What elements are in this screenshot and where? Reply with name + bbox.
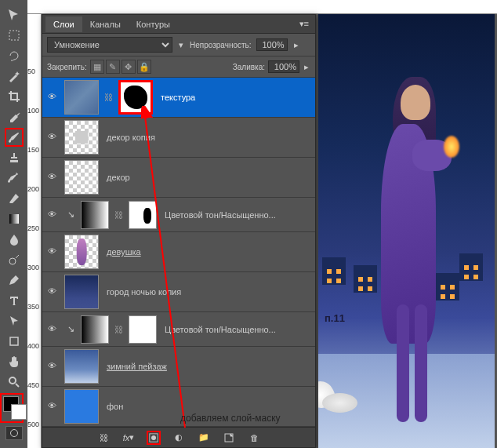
layer-row-hue-sat-2[interactable]: 👁 ↘ ⛓ Цветовой тон/Насыщенно... bbox=[42, 312, 315, 347]
shape-tool[interactable] bbox=[5, 332, 24, 351]
delete-layer-icon[interactable]: 🗑 bbox=[247, 431, 261, 445]
visibility-icon[interactable]: 👁 bbox=[48, 92, 59, 103]
canvas-preview: п.11 bbox=[318, 14, 495, 448]
layer-row-texture[interactable]: 👁 ⛓ текстура bbox=[42, 78, 315, 118]
tab-paths[interactable]: Контуры bbox=[129, 16, 178, 32]
ruler-mark: 250 bbox=[27, 224, 39, 232]
pen-tool[interactable] bbox=[5, 271, 24, 290]
panel-menu-icon[interactable]: ▾≡ bbox=[293, 19, 315, 29]
ruler-mark: 200 bbox=[27, 185, 39, 193]
blend-mode-select[interactable]: Умножение bbox=[47, 37, 172, 53]
dodge-tool[interactable] bbox=[5, 250, 24, 269]
lock-position-icon[interactable]: ✥ bbox=[122, 60, 136, 74]
type-tool[interactable] bbox=[5, 291, 24, 310]
lock-pixels-icon[interactable]: ✎ bbox=[106, 60, 120, 74]
eraser-tool[interactable] bbox=[5, 189, 24, 208]
new-group-icon[interactable]: 📁 bbox=[197, 431, 211, 445]
lasso-tool[interactable] bbox=[5, 46, 24, 65]
lock-all-icon[interactable]: 🔒 bbox=[137, 60, 151, 74]
layer-name[interactable]: Цветовой тон/Насыщенно... bbox=[160, 210, 276, 220]
link-layers-icon[interactable]: ⛓ bbox=[96, 431, 111, 445]
new-layer-icon[interactable] bbox=[222, 431, 236, 445]
layer-mask-thumbnail[interactable] bbox=[118, 80, 153, 115]
layer-name[interactable]: текстура bbox=[156, 93, 195, 102]
canvas-step-label: п.11 bbox=[325, 312, 345, 324]
layer-mask-thumbnail[interactable] bbox=[129, 201, 157, 229]
layer-mask-thumbnail[interactable] bbox=[129, 315, 157, 344]
layer-thumbnail[interactable] bbox=[64, 349, 99, 384]
gradient-tool[interactable] bbox=[5, 209, 24, 228]
annotation-text: добавляем слой-маску bbox=[180, 413, 281, 424]
visibility-icon[interactable]: 👁 bbox=[48, 401, 59, 412]
visibility-icon[interactable]: 👁 bbox=[48, 361, 59, 372]
stamp-tool[interactable] bbox=[5, 148, 24, 167]
svg-point-2 bbox=[9, 258, 16, 264]
layer-name[interactable]: Цветовой тон/Насыщенно... bbox=[160, 325, 276, 334]
layer-name[interactable]: зимний пейзаж bbox=[102, 362, 167, 371]
ruler-mark: 350 bbox=[27, 303, 39, 311]
layer-row-girl[interactable]: 👁 девушка bbox=[42, 232, 315, 272]
tab-channels[interactable]: Каналы bbox=[82, 16, 129, 32]
visibility-icon[interactable]: 👁 bbox=[48, 172, 59, 183]
tab-layers[interactable]: Слои bbox=[45, 16, 82, 32]
layer-row-decor-copy[interactable]: 👁 декор копия bbox=[42, 118, 315, 158]
fill-input[interactable] bbox=[268, 60, 299, 73]
layer-name[interactable]: город ночью копия bbox=[102, 287, 181, 297]
hand-tool[interactable] bbox=[5, 352, 24, 371]
layer-row-city[interactable]: 👁 город ночью копия bbox=[42, 272, 315, 312]
layer-row-winter[interactable]: 👁 зимний пейзаж bbox=[42, 347, 315, 387]
add-adjustment-icon[interactable]: ◐ bbox=[172, 431, 186, 445]
adjustment-icon[interactable] bbox=[81, 315, 109, 344]
layers-panel-footer: ⛓ fx▾ ◐ 📁 🗑 bbox=[42, 427, 315, 447]
fx-icon[interactable]: fx▾ bbox=[122, 431, 136, 445]
ruler-mark: 500 bbox=[27, 421, 39, 428]
layer-row-hue-sat-1[interactable]: 👁 ↘ ⛓ Цветовой тон/Насыщенно... bbox=[42, 198, 315, 232]
layer-thumbnail[interactable] bbox=[64, 235, 99, 269]
visibility-icon[interactable]: 👁 bbox=[48, 324, 59, 335]
layer-thumbnail[interactable] bbox=[64, 275, 99, 309]
panel-tabs: Слои Каналы Контуры ▾≡ bbox=[42, 15, 315, 34]
layer-row-decor[interactable]: 👁 декор bbox=[42, 158, 315, 198]
tools-toolbar bbox=[0, 0, 27, 448]
move-tool[interactable] bbox=[5, 5, 24, 24]
layer-name[interactable]: фон bbox=[102, 402, 123, 411]
layer-thumbnail[interactable] bbox=[64, 80, 99, 115]
svg-rect-3 bbox=[10, 337, 18, 345]
zoom-tool[interactable] bbox=[5, 373, 24, 392]
layer-name[interactable]: декор bbox=[102, 173, 130, 182]
path-select-tool[interactable] bbox=[5, 311, 24, 330]
layer-thumbnail[interactable] bbox=[64, 389, 99, 424]
opacity-input[interactable] bbox=[256, 38, 288, 51]
marquee-tool[interactable] bbox=[5, 26, 24, 45]
visibility-icon[interactable]: 👁 bbox=[48, 132, 59, 143]
layer-thumbnail[interactable] bbox=[64, 160, 99, 195]
visibility-icon[interactable]: 👁 bbox=[48, 246, 59, 257]
layer-thumbnail[interactable] bbox=[64, 120, 99, 155]
lock-fill-row: Закрепить: ▦ ✎ ✥ 🔒 Заливка: ▸ bbox=[42, 56, 315, 78]
ruler-mark: 100 bbox=[27, 107, 39, 115]
fill-arrow-icon[interactable]: ▸ bbox=[303, 62, 310, 72]
link-icon: ⛓ bbox=[112, 210, 125, 220]
wand-tool[interactable] bbox=[5, 67, 24, 86]
visibility-icon[interactable]: 👁 bbox=[48, 209, 59, 220]
add-mask-icon[interactable] bbox=[147, 431, 161, 445]
blur-tool[interactable] bbox=[5, 230, 24, 249]
color-swatches[interactable] bbox=[0, 393, 24, 423]
eyedropper-tool[interactable] bbox=[5, 107, 24, 126]
layer-name[interactable]: декор копия bbox=[102, 133, 155, 142]
clip-arrow-icon: ↘ bbox=[64, 324, 78, 334]
clip-arrow-icon: ↘ bbox=[64, 209, 78, 220]
ruler-horizontal bbox=[27, 0, 497, 14]
crop-tool[interactable] bbox=[5, 87, 24, 106]
quick-mask-toggle[interactable] bbox=[5, 426, 23, 440]
visibility-icon[interactable]: 👁 bbox=[48, 286, 59, 297]
adjustment-icon[interactable] bbox=[81, 201, 109, 229]
brush-tool[interactable] bbox=[5, 128, 24, 147]
opacity-arrow-icon[interactable]: ▸ bbox=[292, 40, 300, 50]
background-color[interactable] bbox=[11, 404, 27, 420]
link-icon: ⛓ bbox=[102, 93, 115, 102]
history-brush-tool[interactable] bbox=[5, 169, 24, 188]
lock-transparency-icon[interactable]: ▦ bbox=[90, 60, 104, 74]
layer-name[interactable]: девушка bbox=[102, 247, 141, 257]
dropdown-icon[interactable]: ▾ bbox=[177, 40, 185, 50]
